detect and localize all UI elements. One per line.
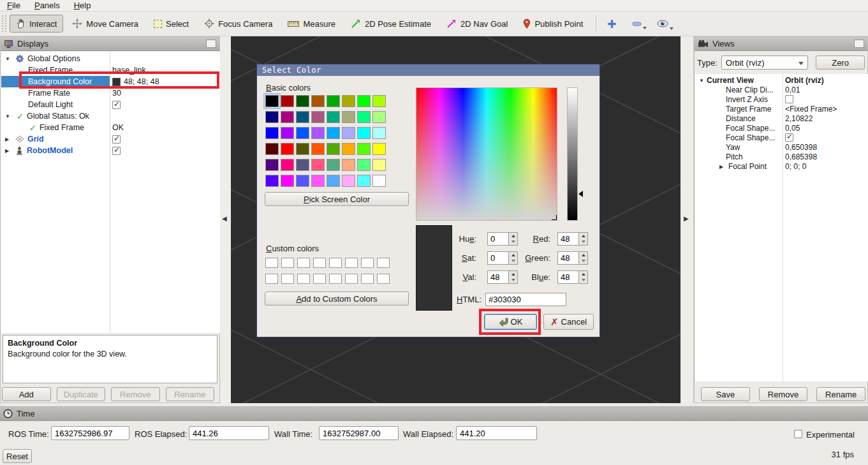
tree-row-value[interactable]: 0,05 [785,124,800,133]
basic-color-swatch[interactable] [265,175,279,187]
reset-button[interactable]: Reset [3,449,32,463]
tree-row[interactable]: Yaw0,650398 [695,142,868,152]
basic-color-swatch[interactable] [357,111,371,123]
basic-color-swatch[interactable] [296,111,309,123]
collapse-right-icon[interactable]: ▶ [684,215,689,222]
tree-row[interactable]: ✓Fixed FrameOK [1,122,220,133]
tool-focus-camera[interactable]: Focus Camera [198,15,279,33]
spinner-arrows-icon[interactable] [578,233,587,245]
custom-color-well[interactable] [345,258,358,268]
gradient-crosshair-marker[interactable] [552,215,557,221]
tree-row-value[interactable]: 2,10822 [785,114,813,123]
custom-color-well[interactable] [265,258,278,268]
tree-row-value[interactable]: 0,685398 [785,152,817,161]
tree-row[interactable]: Focal Shape... [695,133,868,142]
basic-color-swatch[interactable] [357,127,371,139]
time-field-input[interactable] [319,426,399,440]
tree-row[interactable]: ▼✓Global Status: Ok [1,110,220,122]
basic-color-swatch[interactable] [281,175,294,187]
basic-color-swatch[interactable] [342,143,355,155]
row-checkbox[interactable] [112,147,121,155]
expander-closed-icon[interactable]: ▶ [719,163,723,169]
color-swatch[interactable] [112,78,121,86]
tree-row[interactable]: Pitch0,685398 [695,152,868,161]
basic-color-swatch[interactable] [311,95,325,107]
basic-color-swatch[interactable] [281,111,294,123]
basic-color-swatch[interactable] [311,159,325,171]
zoom-out-button[interactable] [628,18,646,29]
green-spinbox[interactable] [557,251,588,265]
tree-row[interactable]: ▼Current ViewOrbit (rviz) [695,75,868,85]
visibility-button[interactable] [652,17,673,30]
remove-button[interactable]: Remove [759,387,808,401]
cancel-button[interactable]: ✗ Cancel [543,314,594,330]
custom-color-well[interactable] [329,258,342,268]
basic-color-swatch[interactable] [357,143,371,155]
tree-row[interactable]: ▶Grid [1,133,220,145]
blue-spinbox[interactable] [557,270,588,284]
basic-color-swatch[interactable] [311,143,325,155]
basic-color-swatch[interactable] [342,95,355,107]
basic-color-swatch[interactable] [281,127,294,139]
custom-color-well[interactable] [313,258,326,268]
basic-color-swatch[interactable] [265,159,279,171]
displays-float-button[interactable] [206,40,216,48]
basic-color-swatch[interactable] [357,159,371,171]
value-slider-handle[interactable] [578,191,583,197]
custom-color-well[interactable] [377,274,390,284]
left-splitter[interactable]: ◀ [220,36,231,403]
basic-color-swatch[interactable] [357,175,371,187]
ok-button[interactable]: OK [484,314,537,330]
custom-color-well[interactable] [265,274,278,284]
basic-color-swatch[interactable] [296,95,309,107]
basic-color-swatch[interactable] [327,143,340,155]
tree-row-value[interactable]: 0; 0; 0 [785,162,806,171]
expander-open-icon[interactable]: ▼ [5,114,10,119]
red-spinbox[interactable] [557,232,588,246]
basic-color-swatch[interactable] [342,159,355,171]
tree-row[interactable]: Invert Z Axis [695,94,868,104]
view-type-combobox[interactable]: Orbit (rviz) [721,55,808,70]
tree-row-value[interactable]: Orbit (rviz) [785,76,824,85]
tree-row-value[interactable]: 30 [112,89,121,98]
basic-color-swatch[interactable] [342,111,355,123]
row-checkbox[interactable] [112,135,121,144]
tool-2d-nav-goal[interactable]: 2D Nav Goal [440,15,514,33]
basic-color-swatch[interactable] [296,127,309,139]
zero-button[interactable]: Zero [816,55,865,70]
tree-row[interactable]: Default Light [1,99,220,110]
time-field-input[interactable] [51,426,129,440]
basic-color-swatch[interactable] [372,143,386,155]
rename-button[interactable]: Rename [166,387,215,401]
tree-row-value[interactable]: base_link [112,66,146,75]
basic-color-swatch[interactable] [342,175,355,187]
basic-color-swatch[interactable] [265,127,279,139]
basic-color-swatch[interactable] [372,127,386,139]
tool-measure[interactable]: Measure [281,15,342,33]
basic-color-swatch[interactable] [327,175,340,187]
row-checkbox[interactable] [785,95,793,103]
tool-interact[interactable]: Interact [10,15,63,33]
basic-color-swatch[interactable] [372,111,386,123]
custom-color-well[interactable] [313,274,326,284]
tree-row[interactable]: Near Clip Di...0,01 [695,85,868,94]
tree-row[interactable]: Focal Shape...0,05 [695,123,868,133]
add-button[interactable]: Add [2,387,51,401]
menu-panels[interactable]: Panels [33,1,62,10]
3d-viewport[interactable]: Select Color Basic colors Pick Screen Co… [231,36,680,403]
zoom-in-button[interactable] [603,17,621,31]
basic-color-swatch[interactable] [311,111,325,123]
tree-row[interactable]: Target Frame<Fixed Frame> [695,104,868,114]
custom-color-well[interactable] [281,258,294,268]
dialog-titlebar[interactable]: Select Color [257,64,600,76]
basic-color-swatch[interactable] [296,159,309,171]
basic-color-swatch[interactable] [296,175,309,187]
toolbar-grip[interactable] [2,15,6,32]
custom-color-well[interactable] [377,258,390,268]
row-checkbox[interactable] [785,133,793,142]
spinner-arrows-icon[interactable] [578,252,587,264]
expander-open-icon[interactable]: ▼ [699,77,704,83]
hue-saturation-gradient[interactable] [416,87,557,221]
spinner-arrows-icon[interactable] [578,271,587,283]
menu-help[interactable]: Help [72,1,93,10]
